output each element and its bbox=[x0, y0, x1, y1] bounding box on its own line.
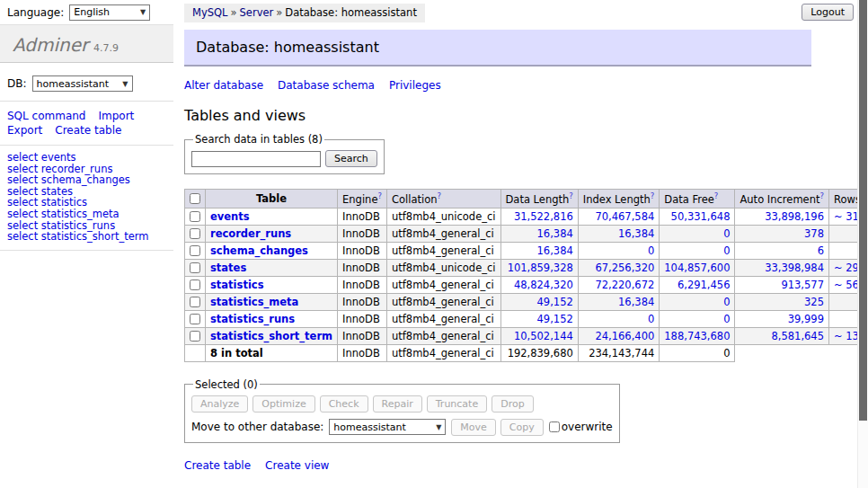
row-checkbox[interactable] bbox=[190, 279, 200, 290]
vertical-scrollbar[interactable] bbox=[857, 0, 868, 488]
move-button[interactable]: Move bbox=[451, 419, 496, 436]
sidebar-action-create-table[interactable]: Create table bbox=[55, 123, 121, 138]
sidebar-select-statistics-short-term[interactable]: select statistics_short_term bbox=[7, 231, 173, 243]
row-checkbox[interactable] bbox=[190, 228, 200, 239]
data-free-link[interactable]: 6,291,456 bbox=[678, 279, 731, 291]
table-link-statistics-short-term[interactable]: statistics_short_term bbox=[210, 330, 332, 342]
data-free-link[interactable]: 104,857,600 bbox=[664, 262, 730, 274]
column-help-link[interactable]: ? bbox=[377, 191, 382, 200]
auto-increment-link[interactable]: 8,581,645 bbox=[771, 330, 824, 342]
column-help-link[interactable]: ? bbox=[438, 191, 442, 200]
index-length-link[interactable]: 24,166,400 bbox=[595, 330, 654, 342]
column-header-engine: Engine? bbox=[338, 190, 387, 209]
column-header-data-free: Data Free? bbox=[660, 190, 735, 209]
data-free-link[interactable]: 0 bbox=[723, 244, 730, 257]
table-link-recorder-runs[interactable]: recorder_runs bbox=[210, 227, 291, 240]
sidebar-action-sql-command[interactable]: SQL command bbox=[7, 109, 85, 123]
select-all-checkbox[interactable] bbox=[190, 193, 200, 204]
column-help-link[interactable]: ? bbox=[569, 191, 573, 200]
overwrite-checkbox[interactable] bbox=[549, 421, 560, 432]
sidebar-action-export[interactable]: Export bbox=[7, 123, 42, 138]
index-length-link[interactable]: 70,467,584 bbox=[595, 210, 654, 223]
auto-increment-link[interactable]: 33,898,196 bbox=[765, 210, 824, 223]
sidebar-action-import[interactable]: Import bbox=[98, 109, 134, 123]
column-help-link[interactable]: ? bbox=[819, 191, 824, 200]
table-link-states[interactable]: states bbox=[210, 262, 246, 274]
sidebar-select-schema-changes[interactable]: select schema_changes bbox=[7, 174, 173, 186]
row-checkbox[interactable] bbox=[190, 331, 200, 342]
db-select[interactable]: homeassistant ▼ bbox=[32, 75, 133, 92]
auto-increment-link[interactable]: 913,577 bbox=[781, 279, 824, 291]
index-length-link[interactable]: 16,384 bbox=[618, 296, 654, 308]
data-length-link[interactable]: 16,384 bbox=[537, 227, 573, 240]
table-name-cell: statistics bbox=[206, 276, 338, 293]
row-checkbox[interactable] bbox=[190, 245, 200, 256]
auto-increment-link[interactable]: 39,999 bbox=[788, 313, 824, 325]
sidebar-select-events[interactable]: select events bbox=[7, 152, 173, 164]
copy-button[interactable]: Copy bbox=[500, 419, 544, 436]
analyze-button[interactable]: Analyze bbox=[191, 395, 248, 413]
data-length-link[interactable]: 49,152 bbox=[537, 313, 573, 325]
index-length-cell: 24,166,400 bbox=[578, 327, 660, 344]
data-length-link[interactable]: 16,384 bbox=[537, 244, 573, 257]
logout-button[interactable]: Logout bbox=[802, 4, 854, 21]
data-free-link[interactable]: 0 bbox=[723, 313, 730, 325]
data-length-link[interactable]: 49,152 bbox=[537, 296, 573, 308]
link-create-table[interactable]: Create table bbox=[184, 459, 251, 472]
table-link-schema-changes[interactable]: schema_changes bbox=[210, 244, 308, 257]
truncate-button[interactable]: Truncate bbox=[427, 395, 487, 413]
breadcrumb-mysql[interactable]: MySQL bbox=[192, 6, 228, 19]
table-name-cell: schema_changes bbox=[206, 242, 338, 259]
row-checkbox-cell bbox=[185, 276, 206, 293]
breadcrumb-server[interactable]: Server bbox=[240, 6, 274, 19]
index-length-link[interactable]: 72,220,672 bbox=[595, 279, 654, 291]
check-button[interactable]: Check bbox=[320, 395, 368, 413]
data-length-link[interactable]: 101,859,328 bbox=[508, 262, 573, 274]
data-free-link[interactable]: 0 bbox=[723, 296, 730, 308]
row-checkbox[interactable] bbox=[190, 297, 200, 307]
auto-increment-link[interactable]: 378 bbox=[804, 227, 824, 240]
sidebar-select-statistics-meta[interactable]: select statistics_meta bbox=[7, 209, 173, 220]
optimize-button[interactable]: Optimize bbox=[252, 395, 314, 413]
link-privileges[interactable]: Privileges bbox=[389, 79, 441, 92]
link-database-schema[interactable]: Database schema bbox=[278, 79, 375, 92]
index-length-link[interactable]: 0 bbox=[648, 313, 654, 325]
index-length-link[interactable]: 0 bbox=[648, 244, 654, 257]
auto-increment-link[interactable]: 33,398,984 bbox=[765, 262, 824, 274]
data-length-link[interactable]: 31,522,816 bbox=[514, 210, 573, 223]
table-link-statistics[interactable]: statistics bbox=[210, 279, 264, 291]
link-alter-database[interactable]: Alter database bbox=[184, 79, 263, 92]
row-checkbox[interactable] bbox=[190, 262, 200, 273]
move-label: Move to other database: bbox=[191, 421, 323, 433]
total-empty-cell bbox=[735, 344, 829, 361]
drop-button[interactable]: Drop bbox=[492, 395, 533, 413]
auto-increment-link[interactable]: 325 bbox=[804, 296, 824, 308]
link-create-view[interactable]: Create view bbox=[265, 459, 329, 472]
table-link-statistics-meta[interactable]: statistics_meta bbox=[210, 296, 298, 308]
index-length-link[interactable]: 67,256,320 bbox=[595, 262, 654, 274]
index-length-link[interactable]: 16,384 bbox=[618, 227, 654, 240]
table-link-statistics-runs[interactable]: statistics_runs bbox=[210, 313, 295, 325]
row-checkbox[interactable] bbox=[190, 314, 200, 324]
column-help-link[interactable]: ? bbox=[714, 191, 719, 200]
data-free-link[interactable]: 0 bbox=[723, 227, 730, 240]
search-button[interactable]: Search bbox=[325, 150, 377, 167]
data-free-link[interactable]: 50,331,648 bbox=[671, 210, 731, 223]
scrollbar-thumb[interactable] bbox=[859, 0, 867, 421]
index-length-cell: 16,384 bbox=[578, 293, 660, 310]
column-header-label: Collation bbox=[392, 193, 438, 206]
chevron-down-icon: ▼ bbox=[122, 80, 128, 88]
row-checkbox[interactable] bbox=[190, 211, 200, 222]
move-db-select[interactable]: homeassistant ▼ bbox=[329, 419, 446, 435]
table-name-cell: statistics_runs bbox=[206, 310, 338, 327]
language-select[interactable]: English ▼ bbox=[69, 4, 150, 21]
data-length-link[interactable]: 48,824,320 bbox=[514, 279, 573, 291]
database-links: Alter databaseDatabase schemaPrivileges bbox=[184, 79, 868, 92]
data-length-link[interactable]: 10,502,144 bbox=[514, 330, 573, 342]
auto-increment-link[interactable]: 6 bbox=[818, 244, 824, 257]
search-input[interactable] bbox=[191, 151, 321, 167]
repair-button[interactable]: Repair bbox=[373, 395, 422, 413]
column-help-link[interactable]: ? bbox=[651, 191, 655, 200]
data-free-link[interactable]: 188,743,680 bbox=[664, 330, 730, 342]
table-link-events[interactable]: events bbox=[210, 210, 250, 223]
